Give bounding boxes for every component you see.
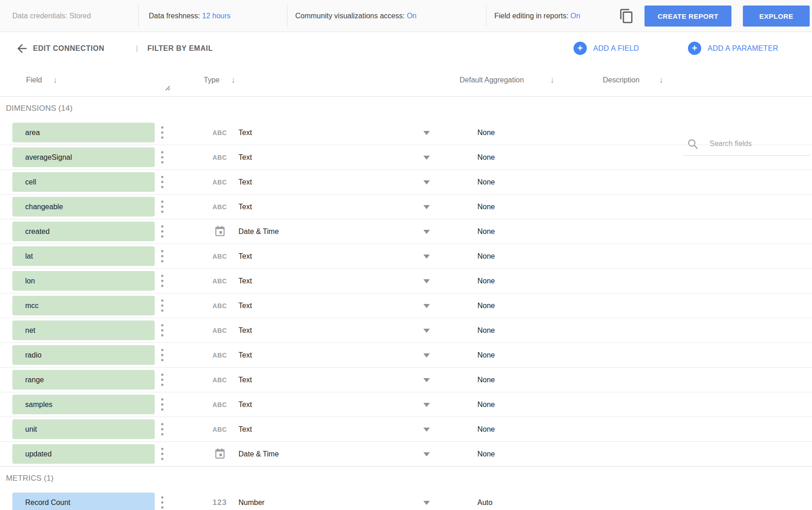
status-item-value[interactable]: Stored [70,12,91,20]
type-value[interactable]: Text [238,318,252,342]
status-bar-item[interactable]: Community visualizations access: On [295,0,417,32]
dropdown-caret-icon[interactable] [423,329,430,333]
dropdown-caret-icon[interactable] [423,304,430,308]
column-header-description[interactable]: Description [603,64,639,96]
more-options-icon[interactable] [161,151,164,166]
aggregation-value[interactable]: None [477,318,495,342]
more-options-icon[interactable] [161,176,164,191]
more-options-icon[interactable] [161,496,164,510]
field-name-pill[interactable]: net [12,320,155,340]
more-options-icon[interactable] [161,275,164,290]
column-header-aggregation[interactable]: Default Aggregation [460,64,524,96]
dropdown-caret-icon[interactable] [423,131,430,135]
aggregation-value[interactable]: None [477,145,495,169]
dropdown-caret-icon[interactable] [423,279,430,283]
type-value[interactable]: Text [238,392,252,417]
field-name-pill[interactable]: radio [12,345,155,365]
explore-button[interactable]: EXPLORE [743,5,810,27]
field-name-pill[interactable]: updated [12,444,155,464]
status-bar-item[interactable]: Data credentials: Stored [12,0,91,32]
dropdown-caret-icon[interactable] [423,428,430,432]
dropdown-caret-icon[interactable] [423,180,430,184]
more-options-icon[interactable] [161,250,164,265]
sort-icon-field[interactable]: ↓ [53,64,58,96]
aggregation-value[interactable]: None [477,244,495,268]
sort-icon-aggregation[interactable]: ↓ [550,64,555,96]
type-value[interactable]: Text [238,195,252,219]
more-options-icon[interactable] [161,374,164,389]
type-value[interactable]: Text [238,417,252,441]
field-name-pill[interactable]: unit [12,419,155,439]
type-value[interactable]: Date & Time [238,219,279,244]
more-options-icon[interactable] [161,201,164,216]
field-name-pill[interactable]: mcc [12,296,155,315]
dropdown-caret-icon[interactable] [423,156,430,160]
type-value[interactable]: Text [238,145,252,169]
sort-icon-type[interactable]: ↓ [231,64,236,96]
status-bar-item[interactable]: Data freshness: 12 hours [149,0,231,32]
type-value[interactable]: Text [238,343,252,367]
field-name-pill[interactable]: range [12,370,155,390]
aggregation-value[interactable]: None [477,392,495,417]
aggregation-value[interactable]: None [477,368,495,392]
aggregation-value[interactable]: None [477,442,495,466]
dropdown-caret-icon[interactable] [423,353,430,358]
column-header-field[interactable]: Field [26,64,42,96]
dropdown-caret-icon[interactable] [423,255,430,259]
field-name-pill[interactable]: averageSignal [12,147,155,167]
type-value[interactable]: Text [238,120,252,145]
more-options-icon[interactable] [161,324,164,339]
more-options-icon[interactable] [161,126,164,141]
field-name-pill[interactable]: changeable [12,197,155,217]
aggregation-value[interactable]: None [477,343,495,367]
dropdown-caret-icon[interactable] [423,378,430,382]
type-value[interactable]: Text [238,368,252,392]
dropdown-caret-icon[interactable] [423,452,430,456]
aggregation-value[interactable]: None [477,170,495,194]
aggregation-value[interactable]: None [477,195,495,219]
field-name-pill[interactable]: created [12,222,155,241]
aggregation-value[interactable]: Auto [477,490,493,510]
field-name-pill[interactable]: lon [12,271,155,291]
status-bar-item[interactable]: Field editing in reports: On [494,0,580,32]
type-value[interactable]: Number [238,490,265,510]
more-options-icon[interactable] [161,398,164,413]
field-name-pill[interactable]: Record Count [12,493,155,510]
more-options-icon[interactable] [161,349,164,364]
dropdown-caret-icon[interactable] [423,230,430,234]
dropdown-caret-icon[interactable] [423,501,430,505]
status-item-value[interactable]: 12 hours [202,12,231,20]
create-report-button[interactable]: CREATE REPORT [644,5,731,27]
add-a-parameter-button[interactable]: + ADD A PARAMETER [688,33,778,64]
aggregation-value[interactable]: None [477,293,495,318]
dropdown-caret-icon[interactable] [423,403,430,407]
status-item-value[interactable]: On [570,12,580,20]
type-value[interactable]: Text [238,269,252,293]
aggregation-value[interactable]: None [477,417,495,441]
type-value[interactable]: Text [238,170,252,194]
aggregation-value[interactable]: None [477,120,495,145]
field-name-pill[interactable]: cell [12,172,155,192]
field-name-pill[interactable]: lat [12,246,155,266]
column-resize-handle[interactable] [164,84,170,92]
dropdown-caret-icon[interactable] [423,205,430,209]
status-item-value[interactable]: On [407,12,417,20]
sort-icon-description[interactable]: ↓ [659,64,664,96]
aggregation-value[interactable]: None [477,269,495,293]
type-value[interactable]: Text [238,244,252,268]
filter-by-email-link[interactable]: FILTER BY EMAIL [147,33,213,64]
column-header-type[interactable]: Type [204,64,220,96]
back-button[interactable] [15,42,29,55]
field-name-pill[interactable]: area [12,123,155,142]
add-a-field-button[interactable]: + ADD A FIELD [574,33,639,64]
type-value[interactable]: Text [238,293,252,318]
aggregation-value[interactable]: None [477,219,495,244]
field-name-pill[interactable]: samples [12,395,155,414]
duplicate-icon[interactable] [618,8,635,25]
more-options-icon[interactable] [161,448,164,463]
type-value[interactable]: Date & Time [238,442,279,466]
edit-connection-link[interactable]: EDIT CONNECTION [33,33,104,64]
more-options-icon[interactable] [161,423,164,438]
more-options-icon[interactable] [161,225,164,240]
more-options-icon[interactable] [161,299,164,315]
